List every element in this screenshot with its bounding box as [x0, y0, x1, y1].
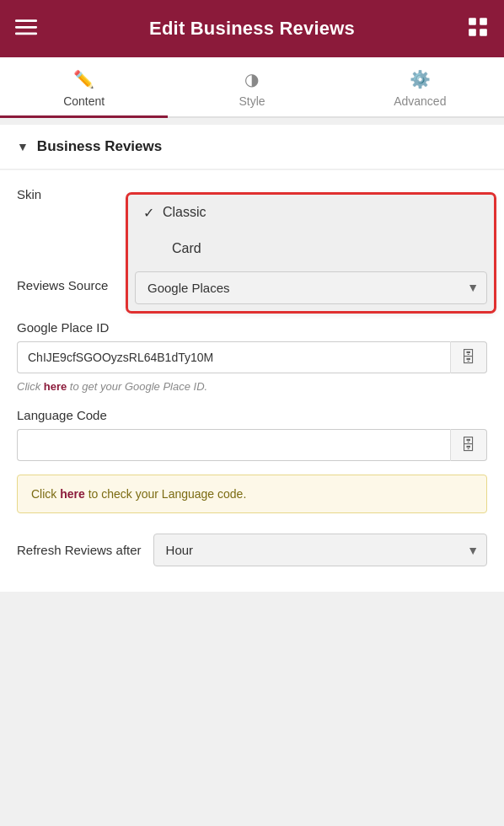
language-code-label: Language Code	[17, 408, 487, 422]
svg-rect-0	[15, 19, 37, 22]
google-place-id-input[interactable]	[17, 341, 450, 373]
tab-content[interactable]: ✏️ Content	[0, 57, 168, 116]
reviews-source-select-wrapper: Google Places Yelp ▼	[135, 271, 487, 304]
grid-icon[interactable]	[467, 16, 489, 41]
tab-style[interactable]: ◑ Style	[168, 57, 335, 116]
form-area: Skin ✓ Classic Card Google Places Yelp	[0, 170, 504, 592]
svg-rect-1	[15, 26, 37, 29]
skin-option-classic-label: Classic	[163, 205, 206, 220]
chevron-down-icon[interactable]: ▼	[17, 140, 29, 153]
google-place-id-label: Google Place ID	[17, 320, 487, 335]
gear-icon: ⚙️	[410, 69, 431, 89]
circle-half-icon: ◑	[244, 69, 259, 89]
language-code-section: Language Code 🗄	[17, 408, 487, 461]
notice-prefix: Click	[31, 487, 60, 501]
language-code-input-row: 🗄	[17, 429, 487, 461]
checkmark-icon: ✓	[143, 205, 154, 221]
refresh-select-wrapper: Hour Day Week Month ▼	[153, 534, 487, 566]
database-icon: 🗄	[461, 349, 476, 367]
refresh-row: Refresh Reviews after Hour Day Week Mont…	[17, 534, 487, 566]
skin-label: Skin	[17, 187, 135, 201]
tab-bar: ✏️ Content ◑ Style ⚙️ Advanced	[0, 57, 504, 118]
tab-content-label: Content	[63, 94, 105, 108]
skin-dropdown-open[interactable]: ✓ Classic Card Google Places Yelp ▼	[128, 195, 494, 311]
google-place-id-helper: Click here to get your Google Place ID.	[17, 380, 487, 393]
notice-suffix: to check your Language code.	[85, 487, 246, 501]
language-code-link[interactable]: here	[60, 487, 85, 501]
svg-rect-5	[469, 29, 476, 36]
google-place-id-section: Google Place ID 🗄 Click here to get your…	[17, 320, 487, 393]
hamburger-icon[interactable]	[15, 16, 37, 41]
svg-rect-4	[480, 18, 487, 25]
database-icon-2: 🗄	[461, 437, 476, 454]
helper-prefix: Click	[17, 380, 44, 393]
section-header: ▼ Business Reviews	[0, 125, 504, 169]
pencil-icon: ✏️	[73, 69, 94, 89]
google-place-id-link[interactable]: here	[44, 380, 67, 393]
svg-rect-3	[469, 18, 476, 25]
skin-option-card[interactable]: Card	[128, 231, 494, 266]
skin-option-classic[interactable]: ✓ Classic	[128, 195, 494, 231]
reviews-source-label: Reviews Source	[17, 278, 135, 292]
language-code-input[interactable]	[17, 429, 450, 461]
tab-advanced-label: Advanced	[394, 94, 446, 108]
app-header: Edit Business Reviews	[0, 0, 504, 57]
google-place-id-input-row: 🗄	[17, 341, 487, 373]
skin-row: Skin ✓ Classic Card Google Places Yelp	[17, 187, 487, 201]
helper-suffix: to get your Google Place ID.	[67, 380, 207, 393]
tab-advanced[interactable]: ⚙️ Advanced	[336, 57, 504, 116]
skin-option-card-label: Card	[172, 241, 201, 256]
refresh-label: Refresh Reviews after	[17, 543, 142, 557]
svg-rect-2	[15, 33, 37, 35]
refresh-select[interactable]: Hour Day Week Month	[153, 534, 487, 566]
section-title: Business Reviews	[37, 138, 162, 155]
language-code-db-icon-button[interactable]: 🗄	[450, 429, 487, 461]
tab-style-label: Style	[239, 94, 265, 108]
google-place-id-db-icon-button[interactable]: 🗄	[450, 341, 487, 373]
reviews-source-select[interactable]: Google Places Yelp	[135, 271, 487, 304]
language-code-notice: Click here to check your Language code.	[17, 475, 487, 513]
svg-rect-6	[480, 29, 487, 36]
page-title: Edit Business Reviews	[149, 18, 355, 40]
